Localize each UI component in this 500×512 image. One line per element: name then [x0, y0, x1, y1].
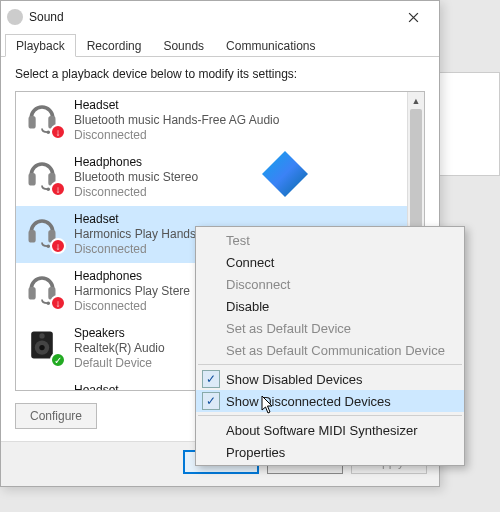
- device-text: HeadsetHarmonics Play HandsDisconnected: [74, 212, 196, 257]
- device-row[interactable]: ↓HeadphonesBluetooth music StereoDisconn…: [16, 149, 407, 206]
- context-menu: Test Connect Disconnect Disable Set as D…: [195, 226, 465, 466]
- status-badge-icon: ✓: [50, 352, 66, 368]
- status-badge-icon: ↓: [50, 295, 66, 311]
- device-icon: ✓: [24, 326, 64, 366]
- svg-rect-6: [29, 230, 36, 243]
- menu-show-disconnected[interactable]: ✓ Show Disconnected Devices: [196, 390, 464, 412]
- menu-about-midi[interactable]: About Software MIDI Synthesizer: [196, 419, 464, 441]
- check-icon: ✓: [202, 392, 220, 410]
- device-row[interactable]: ↓HeadsetBluetooth music Hands-Free AG Au…: [16, 92, 407, 149]
- device-name: Headset: [74, 212, 196, 227]
- menu-label: Show Disconnected Devices: [226, 394, 391, 409]
- device-desc: Bluetooth music Hands-Free AG Audio: [74, 113, 279, 128]
- svg-rect-0: [29, 116, 36, 129]
- menu-disable[interactable]: Disable: [196, 295, 464, 317]
- device-name: Headset: [74, 383, 194, 390]
- menu-properties[interactable]: Properties: [196, 441, 464, 463]
- title-bar: Sound: [1, 1, 439, 33]
- status-badge-icon: ↓: [50, 181, 66, 197]
- scroll-up-button[interactable]: ▲: [408, 92, 424, 109]
- menu-test: Test: [196, 229, 464, 251]
- device-name: Headphones: [74, 269, 190, 284]
- app-icon: [7, 9, 23, 25]
- tab-communications[interactable]: Communications: [215, 34, 326, 57]
- svg-rect-9: [29, 287, 36, 300]
- device-desc: Realtek(R) Audio: [74, 341, 165, 356]
- device-status: Disconnected: [74, 185, 198, 200]
- svg-rect-3: [29, 173, 36, 186]
- device-status: Default Device: [74, 356, 165, 371]
- menu-set-default: Set as Default Device: [196, 317, 464, 339]
- menu-separator: [198, 364, 462, 365]
- menu-connect[interactable]: Connect: [196, 251, 464, 273]
- device-text: HeadsetVEZTRON NORDIC H: [74, 383, 194, 390]
- configure-button[interactable]: Configure: [15, 403, 97, 429]
- device-name: Headphones: [74, 155, 198, 170]
- device-desc: Harmonics Play Hands: [74, 227, 196, 242]
- device-status: Disconnected: [74, 299, 190, 314]
- status-badge-icon: ↓: [50, 124, 66, 140]
- device-icon: ↓: [24, 269, 64, 309]
- device-desc: Bluetooth music Stereo: [74, 170, 198, 185]
- device-text: HeadphonesBluetooth music StereoDisconne…: [74, 155, 198, 200]
- tab-playback[interactable]: Playback: [5, 34, 76, 57]
- device-status: Disconnected: [74, 242, 196, 257]
- close-button[interactable]: [393, 3, 433, 31]
- menu-set-default-comm: Set as Default Communication Device: [196, 339, 464, 361]
- device-text: SpeakersRealtek(R) AudioDefault Device: [74, 326, 165, 371]
- menu-separator: [198, 415, 462, 416]
- tab-sounds[interactable]: Sounds: [152, 34, 215, 57]
- svg-point-15: [39, 333, 44, 338]
- device-icon: ↓: [24, 212, 64, 252]
- device-status: Disconnected: [74, 128, 279, 143]
- tab-recording[interactable]: Recording: [76, 34, 153, 57]
- device-icon: ↓: [24, 383, 64, 390]
- device-icon: ↓: [24, 155, 64, 195]
- device-desc: Harmonics Play Stere: [74, 284, 190, 299]
- check-icon: ✓: [202, 370, 220, 388]
- tab-bar: Playback Recording Sounds Communications: [1, 33, 439, 57]
- device-name: Headset: [74, 98, 279, 113]
- window-title: Sound: [29, 10, 393, 24]
- status-badge-icon: ↓: [50, 238, 66, 254]
- device-name: Speakers: [74, 326, 165, 341]
- instruction-text: Select a playback device below to modify…: [15, 67, 425, 81]
- menu-show-disabled[interactable]: ✓ Show Disabled Devices: [196, 368, 464, 390]
- svg-point-14: [39, 345, 44, 350]
- menu-label: Show Disabled Devices: [226, 372, 363, 387]
- device-text: HeadphonesHarmonics Play StereDisconnect…: [74, 269, 190, 314]
- menu-disconnect: Disconnect: [196, 273, 464, 295]
- device-icon: ↓: [24, 98, 64, 138]
- close-icon: [408, 12, 419, 23]
- device-text: HeadsetBluetooth music Hands-Free AG Aud…: [74, 98, 279, 143]
